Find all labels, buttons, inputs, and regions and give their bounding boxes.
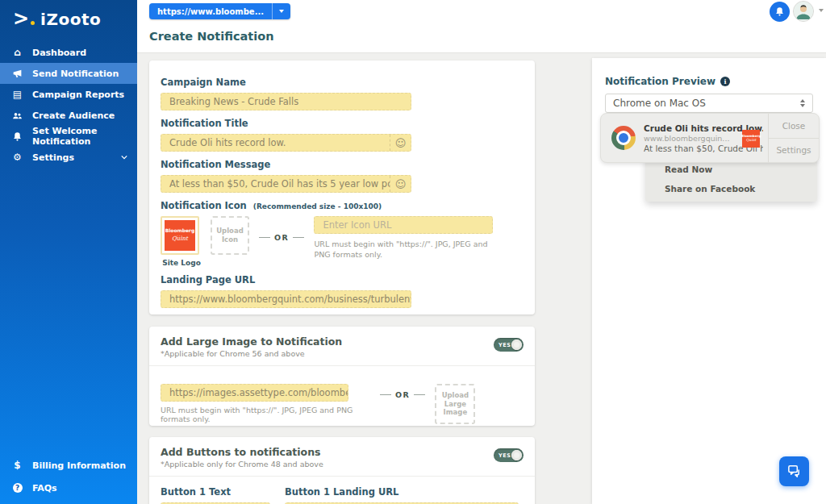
chevron-down-icon — [121, 154, 127, 160]
sidebar-item-billing-information[interactable]: $ Billing Information — [0, 454, 137, 477]
preview-title: Notification Preview — [605, 76, 715, 87]
toggle-yes-label: YES — [499, 342, 511, 348]
select-arrows-icon — [800, 99, 805, 107]
button1-url-label: Button 1 Landing URL — [285, 486, 524, 498]
large-image-card: Add Large Image to Notification *Applica… — [149, 327, 535, 426]
user-avatar[interactable] — [793, 1, 814, 22]
button1-text-label: Button 1 Text — [161, 486, 285, 498]
notification-icon-size-hint: (Recommended size - 100x100) — [253, 202, 382, 210]
large-image-url-value: https://images.assettype.com/bloombergqu… — [169, 387, 348, 398]
large-image-helper: URL must begin with "https://". JPG, JPE… — [161, 406, 370, 423]
audience-icon — [11, 110, 23, 122]
add-buttons-toggle[interactable]: YES — [494, 448, 524, 462]
home-icon: ⌂ — [11, 47, 23, 59]
sidebar-item-label: Campaign Reports — [32, 90, 124, 100]
site-selector-button[interactable]: https://www.bloombe... — [149, 3, 290, 19]
notifications-bell-button[interactable] — [770, 2, 790, 22]
notification-preview-card: Crude Oli hits record low. www.bloomberg… — [600, 113, 820, 163]
sidebar-item-create-audience[interactable]: Create Audience — [0, 105, 137, 126]
or-separator: OR — [380, 390, 425, 399]
sidebar-item-send-notification[interactable]: Send Notification — [0, 63, 137, 84]
topbar: https://www.bloombe... Create Notificati… — [137, 0, 826, 53]
platform-select-value: Chrome on Mac OS — [613, 98, 706, 109]
dollar-icon: $ — [11, 460, 23, 472]
notification-preview-panel: Notification Preview i Chrome on Mac OS … — [592, 58, 826, 504]
campaign-name-value: Breaking News - Crude Falls — [169, 96, 298, 107]
add-buttons-header: Add Buttons to notifications *Applicable… — [149, 437, 535, 477]
app-screen: > iZooto ⌂ Dashboard Send Notification ▤… — [0, 0, 826, 504]
sidebar-item-label: Create Audience — [32, 110, 115, 121]
notification-icon-label: Notification Icon (Recommended size - 10… — [161, 200, 524, 211]
chat-icon — [786, 464, 802, 479]
large-image-toggle[interactable]: YES — [494, 338, 524, 352]
icon-url-block: Enter Icon URL URL must begin with "http… — [314, 216, 524, 260]
sidebar-item-label: Send Notification — [32, 69, 119, 79]
landing-page-url-value: https://www.bloombergquint.com/business/… — [169, 294, 411, 305]
add-buttons-card: Add Buttons to notifications *Applicable… — [149, 437, 535, 504]
info-icon[interactable]: i — [720, 77, 730, 86]
reports-icon: ▤ — [11, 89, 23, 101]
bell-icon — [774, 6, 785, 17]
toggle-knob — [511, 339, 522, 350]
large-image-url-block: https://images.assettype.com/bloombergqu… — [161, 384, 370, 423]
preview-card-actions: Close Settings — [768, 114, 819, 162]
sidebar-item-campaign-reports[interactable]: ▤ Campaign Reports — [0, 84, 137, 105]
question-icon: ? — [11, 482, 23, 494]
sidebar-item-settings[interactable]: ⚙ Settings — [0, 147, 137, 168]
gear-icon: ⚙ — [11, 152, 23, 164]
sidebar-item-label: FAQs — [32, 483, 57, 494]
support-chat-button[interactable] — [779, 456, 809, 486]
site-logo-tile[interactable]: Bloomberg ... Quint — [161, 216, 199, 255]
sidebar-item-label: Dashboard — [32, 48, 86, 58]
upload-icon-button[interactable]: Upload Icon — [211, 216, 249, 255]
notification-message-input[interactable]: At less than $50, Crude Oil has its 5 ye… — [161, 175, 411, 193]
icon-url-placeholder: Enter Icon URL — [323, 219, 391, 231]
create-notification-card: Campaign Name Breaking News - Crude Fall… — [149, 60, 535, 314]
emoji-picker-button[interactable]: ☺ — [390, 135, 411, 151]
campaign-name-label: Campaign Name — [161, 77, 524, 88]
button1-row: Button 1 Text Read Now Button 1 Landing … — [149, 477, 535, 504]
sidebar-item-label: Billing Information — [32, 460, 126, 471]
izooto-logo[interactable]: > iZooto — [0, 0, 137, 40]
notification-message-label: Notification Message — [161, 159, 524, 170]
avatar-chevron-icon[interactable] — [819, 9, 824, 12]
megaphone-icon — [11, 68, 23, 80]
caret-down-icon — [279, 10, 284, 13]
notification-message-value: At less than $50, Crude Oil has its 5 ye… — [161, 178, 390, 190]
large-image-body: https://images.assettype.com/bloombergqu… — [149, 366, 535, 424]
large-image-subtitle: *Applicable for Chrome 56 and above — [161, 349, 494, 358]
page-title: Create Notification — [149, 30, 274, 43]
add-buttons-subtitle: *Applicable only for Chrome 48 and above — [161, 460, 494, 469]
sidebar-item-faqs[interactable]: ? FAQs — [0, 477, 137, 499]
notification-title-input[interactable]: Crude Oli hits record low. ☺ — [161, 134, 411, 152]
large-image-header: Add Large Image to Notification *Applica… — [149, 327, 535, 366]
bell-icon — [11, 131, 23, 143]
add-buttons-title: Add Buttons to notifications — [161, 446, 494, 458]
sidebar-item-set-welcome-notification[interactable]: Set Welcome Notification — [0, 126, 137, 147]
sidebar-item-dashboard[interactable]: ⌂ Dashboard — [0, 42, 137, 63]
site-selector-caret[interactable] — [272, 3, 290, 19]
landing-page-url-input[interactable]: https://www.bloombergquint.com/business/… — [161, 290, 411, 308]
campaign-name-input[interactable]: Breaking News - Crude Falls — [161, 93, 411, 110]
large-image-title: Add Large Image to Notification — [161, 335, 494, 348]
emoji-picker-button[interactable]: ☺ — [390, 176, 411, 192]
preview-action-share-facebook[interactable]: Share on Facebook — [645, 179, 817, 198]
avatar-icon — [794, 2, 813, 21]
large-image-url-input[interactable]: https://images.assettype.com/bloombergqu… — [161, 384, 348, 402]
icon-url-input[interactable]: Enter Icon URL — [314, 216, 493, 234]
or-separator: OR — [259, 233, 304, 242]
upload-large-image-button[interactable]: Upload Large Image — [435, 384, 475, 424]
platform-select[interactable]: Chrome on Mac OS — [605, 94, 813, 113]
sidebar-footer: $ Billing Information ? FAQs — [0, 454, 137, 499]
sidebar-nav: ⌂ Dashboard Send Notification ▤ Campaign… — [0, 42, 137, 168]
logo-text: iZooto — [40, 10, 101, 29]
preview-settings-button[interactable]: Settings — [769, 139, 819, 163]
toggle-yes-label: YES — [499, 452, 511, 459]
preview-close-button[interactable]: Close — [769, 114, 819, 139]
site-logo-option: Bloomberg ... Quint Site Logo — [161, 216, 202, 267]
landing-page-url-label: Landing Page URL — [161, 274, 524, 285]
site-logo-caption: Site Logo — [161, 259, 202, 267]
sidebar: > iZooto ⌂ Dashboard Send Notification ▤… — [0, 0, 137, 504]
notification-title-label: Notification Title — [161, 118, 524, 129]
sidebar-item-label: Set Welcome Notification — [32, 126, 127, 147]
